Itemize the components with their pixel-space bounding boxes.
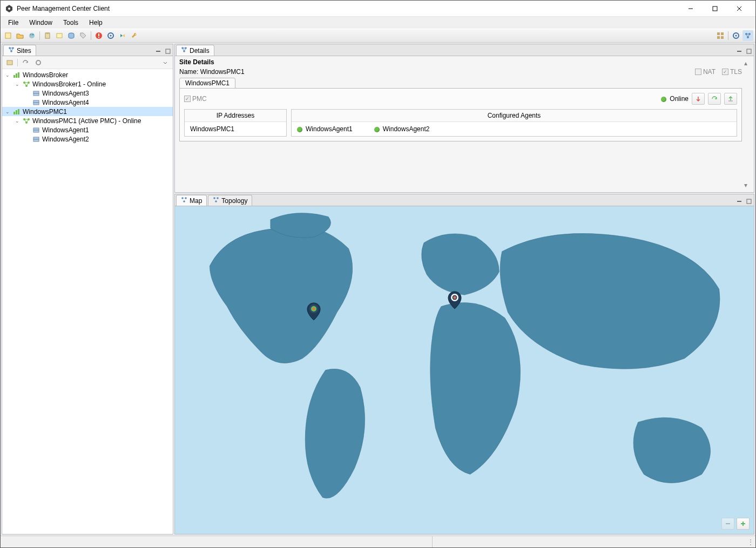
alert-icon[interactable] — [93, 30, 104, 41]
settings-gear-icon[interactable] — [731, 30, 741, 41]
menu-file[interactable]: File — [3, 18, 24, 28]
open-folder-icon[interactable] — [15, 30, 25, 41]
clipboard-icon[interactable] — [42, 30, 53, 41]
map-maximize-icon[interactable] — [745, 197, 753, 206]
svg-rect-42 — [33, 91, 39, 93]
tree-node[interactable]: ⌄WindowsBroker1 - Online — [2, 79, 173, 89]
details-scrollbar[interactable]: ▴▾ — [742, 58, 750, 190]
resize-grip-icon[interactable]: ⋮ — [746, 538, 755, 546]
menu-help[interactable]: Help — [84, 18, 108, 28]
sites-toolbar-icon[interactable] — [742, 30, 753, 41]
details-maximize-icon[interactable] — [745, 47, 753, 56]
map-pin[interactable] — [307, 302, 321, 322]
maximize-button[interactable] — [703, 1, 727, 17]
sites-tab[interactable]: Sites — [3, 45, 36, 56]
sites-tree[interactable]: ⌄WindowsBroker⌄WindowsBroker1 - OnlineWi… — [2, 69, 173, 534]
arrows-icon[interactable] — [117, 30, 128, 41]
svg-rect-48 — [18, 109, 19, 114]
gear-icon[interactable] — [105, 30, 116, 41]
status-bar: ⋮ — [1, 536, 755, 547]
ip-addresses-box: IP Addresses WindowsPMC1 — [184, 109, 287, 137]
tree-node[interactable]: ⌄WindowsPMC1 — [2, 107, 173, 116]
menu-bar: File Window Tools Help — [1, 17, 755, 29]
svg-rect-59 — [737, 51, 741, 52]
view-menu-icon[interactable] — [160, 57, 171, 68]
map-tab-label: Map — [190, 197, 202, 205]
close-button[interactable] — [727, 1, 751, 17]
menu-tools[interactable]: Tools — [58, 18, 84, 28]
svg-rect-43 — [33, 93, 39, 96]
svg-rect-36 — [14, 75, 15, 78]
map-tab-icon — [181, 197, 187, 205]
zoom-out-button[interactable] — [721, 518, 734, 530]
refresh-button[interactable] — [708, 93, 721, 105]
chart-icon — [12, 108, 21, 116]
topology-tab-label: Topology — [221, 197, 247, 205]
status-dot-icon — [661, 97, 666, 102]
tree-node[interactable]: WindowsAgent3 — [2, 89, 173, 98]
note-icon[interactable] — [54, 30, 65, 41]
filter-icon[interactable] — [4, 57, 15, 68]
tag-icon[interactable] — [78, 30, 89, 41]
sites-toolbar — [2, 56, 173, 69]
tree-node[interactable]: WindowsAgent4 — [2, 98, 173, 107]
details-tab[interactable]: Details — [176, 45, 214, 56]
svg-point-8 — [30, 34, 32, 36]
export-button[interactable] — [724, 93, 737, 105]
svg-point-7 — [29, 33, 35, 38]
svg-point-65 — [217, 197, 219, 199]
svg-rect-52 — [33, 128, 39, 130]
map-panel: Map Topology — [174, 194, 754, 535]
refresh-icon[interactable] — [20, 57, 31, 68]
palette-icon[interactable] — [26, 30, 37, 41]
workspace: Sites ⌄WindowsBroker⌄WindowsBroker1 - On… — [1, 43, 755, 536]
net-icon — [22, 117, 31, 125]
server-icon — [32, 90, 40, 97]
svg-rect-44 — [33, 100, 39, 103]
tree-node[interactable]: WindowsAgent2 — [2, 134, 173, 144]
details-icon — [181, 46, 187, 55]
svg-rect-23 — [721, 36, 724, 39]
svg-rect-33 — [166, 49, 170, 53]
world-map[interactable] — [175, 206, 754, 534]
map-tab[interactable]: Map — [176, 195, 207, 206]
svg-rect-32 — [156, 51, 160, 52]
svg-point-64 — [214, 197, 216, 199]
agent-item: WindowsAgent1 — [297, 125, 353, 133]
minimize-button[interactable] — [678, 1, 703, 17]
map-minimize-icon[interactable] — [735, 197, 744, 206]
new-icon[interactable] — [3, 30, 14, 41]
zoom-in-button[interactable] — [737, 518, 750, 530]
menu-window[interactable]: Window — [24, 18, 58, 28]
svg-rect-6 — [5, 33, 11, 38]
sites-panel: Sites ⌄WindowsBroker⌄WindowsBroker1 - On… — [2, 44, 173, 535]
topology-tab-icon — [213, 197, 219, 205]
details-panel: Details Site Details Name: WindowsPMC1 N… — [174, 44, 754, 193]
sites-icon — [8, 46, 15, 55]
svg-rect-67 — [737, 201, 741, 202]
inner-tab[interactable]: WindowsPMC1 — [179, 78, 235, 89]
nat-checkbox[interactable]: NAT — [695, 68, 716, 76]
svg-rect-13 — [57, 33, 62, 38]
svg-point-10 — [31, 36, 33, 38]
tls-checkbox[interactable]: ✓TLS — [722, 68, 742, 76]
map-pin[interactable] — [448, 291, 462, 311]
svg-rect-3 — [713, 6, 717, 11]
ip-box-title: IP Addresses — [185, 110, 286, 122]
pmc-checkbox[interactable]: ✓PMC — [184, 95, 207, 103]
wrench-icon[interactable] — [129, 30, 140, 41]
ip-item: WindowsPMC1 — [190, 125, 234, 133]
minimize-view-icon[interactable] — [154, 47, 163, 56]
topology-tab[interactable]: Topology — [208, 195, 252, 206]
stop-button[interactable] — [692, 93, 705, 105]
net-icon — [22, 80, 31, 88]
svg-rect-54 — [33, 137, 39, 139]
tree-node[interactable]: WindowsAgent1 — [2, 125, 173, 134]
maximize-view-icon[interactable] — [164, 47, 172, 56]
tree-node[interactable]: ⌄WindowsPMC1 (Active PMC) - Online — [2, 116, 173, 125]
tree-node[interactable]: ⌄WindowsBroker — [2, 70, 173, 79]
perspective-icon[interactable] — [715, 30, 726, 41]
details-minimize-icon[interactable] — [735, 47, 744, 56]
tree-gear-icon[interactable] — [33, 57, 44, 68]
database-icon[interactable] — [66, 30, 77, 41]
